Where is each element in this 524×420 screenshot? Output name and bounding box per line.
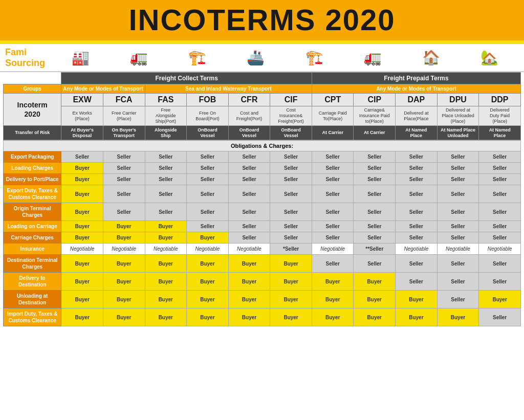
cip-abbr: CIP (354, 94, 396, 106)
cpt-abbr: CPT (312, 94, 354, 106)
cell: Seller (187, 151, 229, 163)
cell: Seller (479, 174, 521, 185)
cell: Seller (479, 232, 521, 244)
cell: Seller (396, 174, 438, 185)
cell: Seller (145, 174, 187, 185)
cell: Negotiable (187, 244, 229, 255)
risk-cpt: At Carrier (312, 125, 354, 140)
cell: Buyer (145, 273, 187, 291)
freight-collect-header: Freight Collect Terms (61, 73, 312, 84)
cell: Seller (61, 151, 103, 163)
risk-cip: At Carrier (354, 125, 396, 140)
cell: Seller (312, 221, 354, 232)
cell: Seller (354, 255, 396, 273)
cell: Seller (437, 273, 479, 291)
cell: Seller (437, 203, 479, 221)
cell: Seller (396, 255, 438, 273)
cell: Buyer (187, 273, 229, 291)
cell: Seller (187, 221, 229, 232)
table-row: Delivery to DestinationBuyerBuyerBuyerBu… (4, 273, 521, 291)
cell: Seller (396, 185, 438, 203)
cell: Seller (479, 255, 521, 273)
fob-full: Free OnBoard(Port) (187, 106, 229, 125)
cell: Seller (228, 174, 270, 185)
cell: Buyer (103, 273, 145, 291)
cell: Buyer (61, 308, 103, 326)
cell: Buyer (228, 273, 270, 291)
table-row: Origin Terminal ChargesBuyerSellerSeller… (4, 203, 521, 221)
cell: Seller (396, 151, 438, 163)
cell: Buyer (61, 273, 103, 291)
cell: Seller (396, 232, 438, 244)
cfr-full: Cost andFreight(Port) (228, 106, 270, 125)
table-row: Delivery to Port/PlaceBuyerSellerSellerS… (4, 174, 521, 185)
risk-fas: AlongsideShip (145, 125, 187, 140)
risk-exw: At Buyer'sDisposal (61, 125, 103, 140)
risk-dap: At NamedPlace (396, 125, 438, 140)
cell: Seller (479, 221, 521, 232)
table-row: Unloading at DestinationBuyerBuyerBuyerB… (4, 291, 521, 308)
cell: Seller (270, 232, 312, 244)
cell: Seller (437, 174, 479, 185)
cell: Seller (396, 273, 438, 291)
table-row: Carriage ChargesBuyerBuyerBuyerBuyerSell… (4, 232, 521, 244)
cell: Buyer (61, 221, 103, 232)
dpu-full: Delivered atPlace Unloaded(Place) (437, 106, 479, 125)
cell: Negotiable (61, 244, 103, 255)
cell: Seller (145, 163, 187, 174)
cell: Seller (396, 203, 438, 221)
cell: Buyer (479, 291, 521, 308)
fca-full: Free Carrier(Place) (103, 106, 145, 125)
row-label: Delivery to Port/Place (4, 174, 61, 185)
cell: Negotiable (396, 244, 438, 255)
table-row: Import Duty, Taxes & Customs ClearanceBu… (4, 308, 521, 326)
row-label: Unloading at Destination (4, 291, 61, 308)
table-row: InsuranceNegotiableNegotiableNegotiableN… (4, 244, 521, 255)
cell: Buyer (61, 255, 103, 273)
transport-any1: Any Mode or Modes of Transport (61, 84, 145, 94)
cell: Seller (103, 174, 145, 185)
risk-label: Transfer of Risk (4, 125, 61, 140)
cell: Seller (145, 203, 187, 221)
row-label: Export Packaging (4, 151, 61, 163)
cell: Seller (437, 255, 479, 273)
cell: Seller (228, 232, 270, 244)
cell: Seller (145, 185, 187, 203)
cell: Seller (354, 185, 396, 203)
cell: Buyer (228, 255, 270, 273)
cell: Buyer (61, 203, 103, 221)
dpu-abbr: DPU (437, 94, 479, 106)
cell: Seller (479, 151, 521, 163)
page-title: INCOTERMS 2020 (0, 5, 524, 35)
row-label: Import Duty, Taxes & Customs Clearance (4, 308, 61, 326)
cell: Buyer (103, 308, 145, 326)
icons-row: 🏭 🚛 🏗️ 🚢 🏗️ 🚛 🏠 🏡 (51, 49, 519, 66)
cell: Buyer (187, 255, 229, 273)
obligations-body: Obligations & Charges:Export PackagingSe… (4, 141, 521, 326)
cell: Seller (228, 163, 270, 174)
cell: Negotiable (312, 244, 354, 255)
table-row: Loading on CarriageBuyerBuyerBuyerSeller… (4, 221, 521, 232)
cell: Seller (228, 221, 270, 232)
exw-abbr: EXW (61, 94, 103, 106)
cell: Seller (312, 151, 354, 163)
cell: Seller (187, 203, 229, 221)
obligations-row: Obligations & Charges: (4, 141, 521, 151)
crane2-icon: 🏗️ (305, 49, 323, 66)
cell: Seller (270, 185, 312, 203)
cell: Seller (479, 308, 521, 326)
cif-abbr: CIF (270, 94, 312, 106)
cell: Buyer (270, 273, 312, 291)
transport-row: Groups Any Mode or Modes of Transport Se… (4, 84, 521, 94)
row-label: Export Duty, Taxes & Customs Clearance (4, 185, 61, 203)
exw-full: Ex Works(Place) (61, 106, 103, 125)
cell: Seller (396, 221, 438, 232)
cell: Seller (103, 185, 145, 203)
cfr-abbr: CFR (228, 94, 270, 106)
cell: Buyer (354, 308, 396, 326)
dap-abbr: DAP (396, 94, 438, 106)
cell: Seller (437, 163, 479, 174)
cell: Seller (354, 221, 396, 232)
cell: Seller (354, 163, 396, 174)
cell: Buyer (103, 291, 145, 308)
